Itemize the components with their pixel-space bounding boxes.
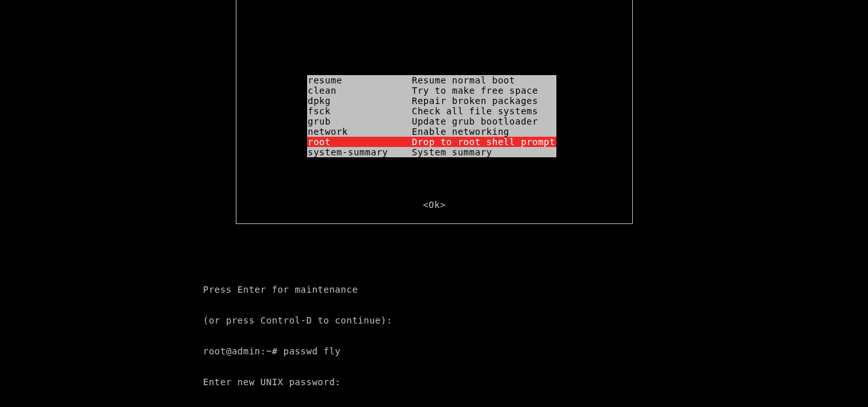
menu-item-key: grub [307, 116, 411, 126]
menu-item-dpkg[interactable]: dpkg Repair broken packages [307, 96, 556, 106]
menu-item-desc: Try to make free space [411, 85, 556, 96]
menu-item-grub[interactable]: grub Update grub bootloader [307, 116, 556, 126]
menu-item-clean[interactable]: clean Try to make free space [307, 85, 556, 96]
menu-item-key: root [307, 137, 411, 147]
menu-item-root[interactable]: root Drop to root shell prompt [307, 137, 556, 147]
menu-item-system-summary[interactable]: system-summary System summary [307, 147, 556, 157]
terminal-line: root@admin:~# passwd fly [203, 346, 415, 356]
recovery-menu-list[interactable]: resume Resume normal boot clean Try to m… [307, 75, 556, 157]
terminal-line: Press Enter for maintenance [203, 284, 415, 295]
menu-item-key: resume [307, 75, 411, 85]
menu-item-key: clean [307, 85, 411, 96]
terminal-line: Enter new UNIX password: [203, 377, 415, 387]
menu-item-desc: Resume normal boot [411, 75, 556, 85]
menu-item-key: system-summary [307, 147, 411, 157]
menu-item-desc: Drop to root shell prompt [411, 137, 556, 147]
menu-item-key: network [307, 126, 411, 137]
menu-item-key: dpkg [307, 96, 411, 106]
menu-item-resume[interactable]: resume Resume normal boot [307, 75, 556, 85]
terminal-output[interactable]: Press Enter for maintenance (or press Co… [203, 264, 415, 407]
recovery-menu-dialog: resume Resume normal boot clean Try to m… [236, 0, 633, 224]
menu-item-fsck[interactable]: fsck Check all file systems [307, 106, 556, 116]
terminal-line: (or press Control-D to continue): [203, 315, 415, 325]
menu-item-desc: Enable networking [411, 126, 556, 137]
menu-item-desc: System summary [411, 147, 556, 157]
menu-item-desc: Check all file systems [411, 106, 556, 116]
menu-item-desc: Repair broken packages [411, 96, 556, 106]
menu-item-desc: Update grub bootloader [411, 116, 556, 126]
menu-item-network[interactable]: network Enable networking [307, 126, 556, 137]
ok-button[interactable]: <Ok> [236, 200, 632, 210]
menu-item-key: fsck [307, 106, 411, 116]
